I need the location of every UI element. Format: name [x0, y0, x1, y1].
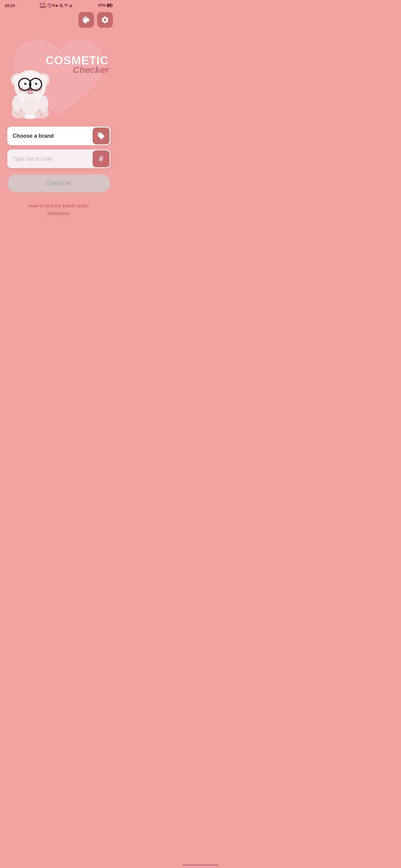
top-buttons-area [0, 10, 118, 30]
settings-icon [101, 16, 109, 24]
how-to-find-link[interactable]: How to find the batch code? [29, 203, 89, 208]
network-speed: 0.74KB/S [40, 2, 47, 8]
brand-selector-row[interactable] [7, 127, 110, 145]
time-display: 22:23 [5, 3, 15, 8]
svg-point-38 [12, 96, 21, 113]
notification-icon [59, 4, 63, 7]
tag-icon [97, 132, 105, 140]
check-button[interactable]: CHECK [7, 174, 110, 192]
form-area: # CHECK [0, 121, 118, 198]
settings-button[interactable] [97, 12, 113, 28]
svg-rect-7 [112, 5, 113, 6]
hero-area: COSMETIC Checker [0, 30, 118, 121]
brand-input[interactable] [7, 133, 92, 139]
app-title-area: COSMETIC Checker [46, 54, 109, 75]
svg-line-1 [59, 4, 63, 7]
wifi-icon [64, 3, 68, 7]
svg-point-40 [21, 98, 39, 115]
svg-rect-4 [71, 4, 72, 7]
batch-icon-button[interactable]: # [93, 150, 110, 167]
svg-rect-5 [72, 4, 73, 7]
svg-rect-2 [69, 6, 70, 7]
disclaimer-link[interactable]: Disclaimer [47, 211, 70, 216]
network-info: 0.74KB/S N ▶ [40, 2, 73, 8]
svg-point-33 [17, 113, 21, 117]
brand-icon-button[interactable] [93, 127, 110, 144]
svg-point-26 [26, 83, 27, 84]
hash-icon: # [99, 154, 103, 164]
batch-code-row[interactable]: # [7, 150, 110, 168]
svg-point-39 [39, 96, 48, 113]
palette-icon [82, 16, 90, 24]
battery-area: 87% [98, 3, 113, 7]
clock-icon [47, 3, 52, 7]
svg-point-37 [39, 113, 44, 117]
signal-icon [69, 3, 73, 7]
n-icon: N [53, 3, 55, 7]
links-area: How to find the batch code? Disclaimer [0, 198, 118, 225]
battery-icon [107, 4, 113, 7]
status-bar: 22:23 0.74KB/S N ▶ 87% [0, 0, 118, 10]
youtube-icon: ▶ [56, 4, 58, 7]
battery-percent: 87% [98, 3, 106, 7]
palette-button[interactable] [79, 12, 94, 28]
svg-rect-3 [70, 5, 71, 7]
svg-point-29 [36, 83, 37, 84]
batch-code-input[interactable] [7, 156, 92, 162]
